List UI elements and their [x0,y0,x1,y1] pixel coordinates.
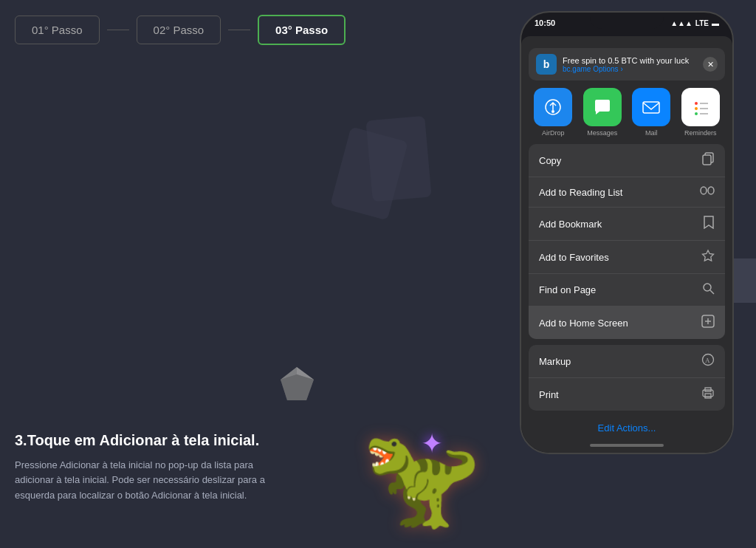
phone-body: 10:50 ▲▲▲ LTE ▬ b Free spin to 0.5 BTC w… [520,11,734,454]
add-bookmark-label: Add Bookmark [539,219,602,230]
messages-label: Messages [587,129,617,137]
add-home-screen-item[interactable]: Add to Home Screen [529,306,725,339]
svg-point-5 [551,110,554,113]
phone-time: 10:50 [535,18,555,27]
add-reading-list-item[interactable]: Add to Reading List [529,177,725,208]
reminders-app[interactable]: Reminders [676,88,726,137]
add-bookmark-item[interactable]: Add Bookmark [529,208,725,241]
reminders-label: Reminders [684,129,717,137]
mail-label: Mail [645,129,658,137]
copy-label: Copy [539,155,561,166]
menu-list-2: Markup A Print [529,345,725,411]
url-domain: bc.game Options › [563,65,697,73]
gem-icon [277,363,317,404]
phone-mockup: 10:50 ▲▲▲ LTE ▬ b Free spin to 0.5 BTC w… [512,11,741,528]
markup-item[interactable]: Markup A [529,345,725,378]
svg-rect-26 [705,394,711,398]
add-reading-list-label: Add to Reading List [539,187,622,198]
left-desc: Pressione Adicionar à tela inicial no po… [15,458,281,504]
copy-menu-item[interactable]: Copy [529,144,725,177]
home-indicator [590,444,664,447]
markup-label: Markup [539,356,571,367]
url-bar: b Free spin to 0.5 BTC with your luck bc… [529,48,725,81]
svg-line-19 [710,290,714,294]
add-favorites-label: Add to Favorites [539,252,609,263]
airdrop-icon [534,88,572,126]
reading-list-icon [700,185,715,199]
svg-point-9 [695,107,698,110]
mail-app[interactable]: Mail [627,88,676,137]
phone-notch [590,13,664,29]
copy-icon [701,152,715,168]
reminders-icon [681,88,720,126]
airdrop-label: AirDrop [542,129,565,137]
battery-icon: ▬ [712,19,719,27]
print-icon [701,386,715,403]
bookmark-icon [703,216,715,232]
print-item[interactable]: Print [529,378,725,411]
step-1[interactable]: 01° Passo [15,16,100,44]
url-close-button[interactable]: ✕ [703,57,718,72]
svg-point-18 [704,284,711,291]
airdrop-app[interactable]: AirDrop [529,88,578,137]
bg-card-2 [365,116,431,202]
status-right: ▲▲▲ LTE ▬ [670,19,719,27]
url-favicon: b [536,54,557,75]
star-decoration: ✦ [421,428,443,459]
messages-icon [583,88,622,126]
url-title-text: Free spin to 0.5 BTC with your luck [563,56,697,65]
url-info: Free spin to 0.5 BTC with your luck bc.g… [563,56,697,73]
svg-point-15 [701,187,707,194]
svg-rect-6 [643,102,659,113]
find-icon [702,282,715,298]
svg-point-16 [708,187,714,194]
svg-text:A: A [705,357,710,364]
svg-rect-14 [703,155,711,165]
add-home-screen-label: Add to Home Screen [539,318,628,329]
markup-icon: A [701,353,715,369]
network-type: LTE [695,19,709,27]
left-content: 3.Toque em Adicionar à tela inicial. Pre… [15,432,281,504]
find-on-page-item[interactable]: Find on Page [529,274,725,306]
steps-bar: 01° Passo 02° Passo 03° Passo [15,15,346,45]
svg-marker-3 [281,374,314,400]
add-home-icon [701,315,715,331]
favorites-icon [701,249,715,265]
messages-app[interactable]: Messages [578,88,628,137]
signal-icon: ▲▲▲ [670,19,693,27]
step-connector-2 [228,30,250,30]
left-title: 3.Toque em Adicionar à tela inicial. [15,432,281,449]
add-favorites-item[interactable]: Add to Favorites [529,241,725,274]
mail-icon [632,88,670,126]
svg-point-7 [695,102,698,105]
app-icons-row: AirDrop Messages Mail [521,88,732,144]
svg-marker-17 [703,250,714,261]
svg-point-11 [695,112,698,115]
step-3[interactable]: 03° Passo [258,15,346,45]
print-label: Print [539,389,559,400]
menu-list-1: Copy Add to Reading List Add Bookmark [529,144,725,339]
step-2[interactable]: 02° Passo [137,16,221,44]
find-on-page-label: Find on Page [539,284,596,295]
step-connector-1 [107,30,129,30]
share-sheet: b Free spin to 0.5 BTC with your luck bc… [521,36,732,453]
edit-actions[interactable]: Edit Actions... [521,417,732,439]
